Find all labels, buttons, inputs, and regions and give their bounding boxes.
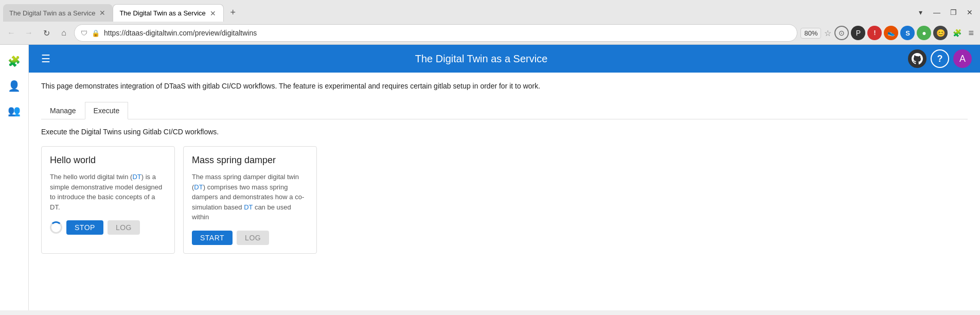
hello-world-title: Hello world <box>50 155 166 166</box>
browser-tab-2[interactable]: The Digital Twin as a Service ✕ <box>113 4 223 22</box>
hello-world-log-button[interactable]: LOG <box>108 220 140 235</box>
window-controls: ▾ — ❐ ✕ <box>913 5 977 22</box>
mass-spring-damper-start-button[interactable]: START <box>192 231 233 245</box>
reload-button[interactable]: ↻ <box>39 26 54 40</box>
toolbar-icons: ⊙ P ! 👟 S ● 😊 🧩 ≡ <box>834 26 976 41</box>
content-area: This page demonstrates integration of DT… <box>29 73 980 310</box>
browser-tab-1[interactable]: The Digital Twin as a Service ✕ <box>3 4 113 22</box>
s-icon[interactable]: S <box>900 26 915 40</box>
page-description: This page demonstrates integration of DT… <box>41 81 968 92</box>
lock-icon: 🔒 <box>92 29 100 37</box>
hello-world-description: The hello world digital twin (DT) is a s… <box>50 172 166 212</box>
mass-spring-damper-title: Mass spring damper <box>192 155 308 166</box>
msd-dt-link[interactable]: DT <box>194 183 203 191</box>
mass-spring-damper-actions: START LOG <box>192 231 308 245</box>
forward-button[interactable]: → <box>22 26 36 40</box>
close-btn[interactable]: ✕ <box>963 5 977 20</box>
user-icon: 👤 <box>8 80 21 92</box>
address-bar: 🛡 🔒 <box>74 24 797 42</box>
p-icon[interactable]: P <box>851 26 865 40</box>
extensions-icon[interactable]: 🧩 <box>950 26 964 40</box>
pocket-icon[interactable]: ⊙ <box>834 26 849 40</box>
dt-cards: Hello world The hello world digital twin… <box>41 146 968 254</box>
bookmark-star[interactable]: ☆ <box>824 28 831 38</box>
help-button[interactable]: ? <box>931 49 949 68</box>
back-button[interactable]: ← <box>4 26 19 40</box>
address-bar-row: ← → ↻ ⌂ 🛡 🔒 80% ☆ ⊙ P ! 👟 S ● 😊 🧩 <box>0 22 980 44</box>
mass-spring-damper-log-button[interactable]: LOG <box>237 231 269 245</box>
tab-2-close[interactable]: ✕ <box>209 9 217 18</box>
green-icon[interactable]: ● <box>917 26 931 40</box>
hello-world-dt-link[interactable]: DT <box>132 173 141 181</box>
url-input[interactable] <box>104 29 791 37</box>
hello-world-spinner <box>50 221 62 234</box>
tab-2-label: The Digital Twin as a Service <box>119 9 205 17</box>
dropdown-btn[interactable]: ▾ <box>913 5 928 20</box>
tab-1-label: The Digital Twin as a Service <box>9 9 95 17</box>
app-header: ☰ The Digital Twin as a Service ? A <box>29 45 980 73</box>
right-panel: ☰ The Digital Twin as a Service ? A This… <box>29 45 980 310</box>
browser-chrome: The Digital Twin as a Service ✕ The Digi… <box>0 0 980 45</box>
sidebar-item-user-settings[interactable]: 👥 <box>4 100 25 121</box>
tab-1-close[interactable]: ✕ <box>98 9 106 17</box>
shield-icon: 🛡 <box>81 29 87 37</box>
tab-execute-label: Execute <box>94 107 120 115</box>
zoom-level[interactable]: 80% <box>800 28 821 39</box>
restore-btn[interactable]: ❐ <box>946 5 960 20</box>
header-actions: ? A <box>908 49 972 68</box>
sidebar-item-users[interactable]: 👤 <box>4 76 25 96</box>
hello-world-card: Hello world The hello world digital twin… <box>41 146 175 254</box>
notification-icon[interactable]: ! <box>867 26 882 40</box>
app-layout: 🧩 👤 👥 ☰ The Digital Twin as a Service ? <box>0 45 980 310</box>
hello-world-actions: STOP LOG <box>50 220 166 235</box>
home-button[interactable]: ⌂ <box>57 26 71 40</box>
sidebar-item-plugins[interactable]: 🧩 <box>4 51 25 72</box>
puzzle-icon: 🧩 <box>8 55 21 67</box>
github-button[interactable] <box>908 49 926 68</box>
new-tab-button[interactable]: + <box>226 5 240 20</box>
tab-manage[interactable]: Manage <box>41 102 85 119</box>
sidebar: 🧩 👤 👥 <box>0 45 29 310</box>
sneaker-icon[interactable]: 👟 <box>884 26 898 40</box>
hamburger-menu[interactable]: ☰ <box>37 48 55 69</box>
hello-world-stop-button[interactable]: STOP <box>66 220 103 235</box>
mass-spring-damper-card: Mass spring damper The mass spring dampe… <box>183 146 317 254</box>
user-avatar[interactable]: A <box>953 49 972 68</box>
msd-dt-link2[interactable]: DT <box>244 203 253 211</box>
minimize-btn[interactable]: — <box>930 5 944 20</box>
browser-menu-button[interactable]: ≡ <box>966 26 976 41</box>
tab-manage-label: Manage <box>50 107 76 115</box>
tab-execute[interactable]: Execute <box>85 102 129 119</box>
github-icon <box>912 53 923 64</box>
mass-spring-damper-description: The mass spring damper digital twin (DT)… <box>192 172 308 222</box>
tab-bar: The Digital Twin as a Service ✕ The Digi… <box>0 0 980 22</box>
execute-description: Execute the Digital Twins using Gitlab C… <box>41 128 968 136</box>
page-tabs: Manage Execute <box>41 102 968 119</box>
app-title: The Digital Twin as a Service <box>55 53 908 65</box>
face-icon[interactable]: 😊 <box>933 26 948 40</box>
users-icon: 👥 <box>8 104 21 117</box>
